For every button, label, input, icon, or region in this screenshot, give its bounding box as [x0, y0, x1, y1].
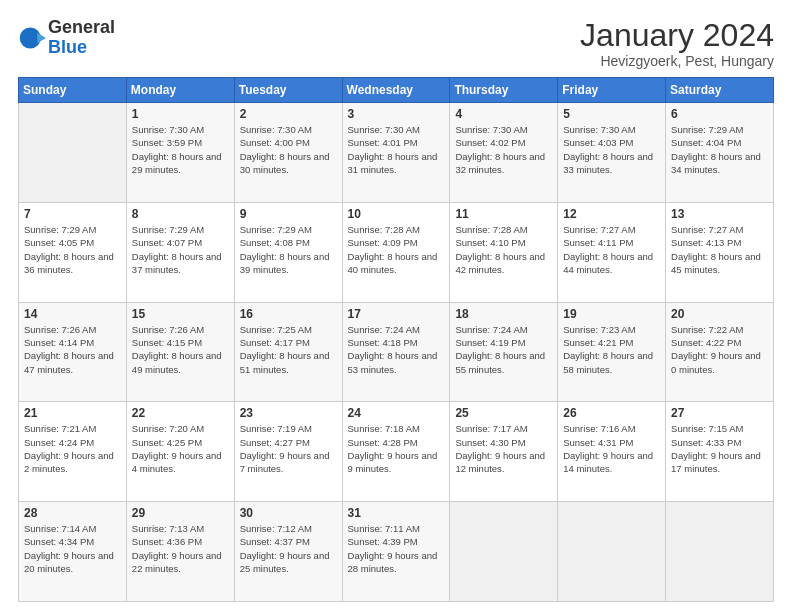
daylight-label: Daylight: 9 hours and 14 minutes. — [563, 450, 653, 474]
sunrise-label: Sunrise: 7:27 AM — [671, 224, 743, 235]
weekday-header: Thursday — [450, 78, 558, 103]
daylight-label: Daylight: 9 hours and 0 minutes. — [671, 350, 761, 374]
day-number: 22 — [132, 406, 229, 420]
day-info: Sunrise: 7:30 AM Sunset: 4:01 PM Dayligh… — [348, 123, 445, 176]
logo-general: General — [48, 17, 115, 37]
calendar-cell: 11 Sunrise: 7:28 AM Sunset: 4:10 PM Dayl… — [450, 202, 558, 302]
daylight-label: Daylight: 8 hours and 39 minutes. — [240, 251, 330, 275]
calendar-cell: 30 Sunrise: 7:12 AM Sunset: 4:37 PM Dayl… — [234, 502, 342, 602]
day-info: Sunrise: 7:24 AM Sunset: 4:18 PM Dayligh… — [348, 323, 445, 376]
calendar-cell: 8 Sunrise: 7:29 AM Sunset: 4:07 PM Dayli… — [126, 202, 234, 302]
sunrise-label: Sunrise: 7:26 AM — [24, 324, 96, 335]
sunset-label: Sunset: 4:33 PM — [671, 437, 741, 448]
day-info: Sunrise: 7:12 AM Sunset: 4:37 PM Dayligh… — [240, 522, 337, 575]
daylight-label: Daylight: 8 hours and 58 minutes. — [563, 350, 653, 374]
calendar-week-row: 1 Sunrise: 7:30 AM Sunset: 3:59 PM Dayli… — [19, 103, 774, 203]
day-info: Sunrise: 7:29 AM Sunset: 4:05 PM Dayligh… — [24, 223, 121, 276]
sunrise-label: Sunrise: 7:16 AM — [563, 423, 635, 434]
day-info: Sunrise: 7:19 AM Sunset: 4:27 PM Dayligh… — [240, 422, 337, 475]
daylight-label: Daylight: 8 hours and 36 minutes. — [24, 251, 114, 275]
sunset-label: Sunset: 4:07 PM — [132, 237, 202, 248]
day-number: 29 — [132, 506, 229, 520]
day-info: Sunrise: 7:29 AM Sunset: 4:04 PM Dayligh… — [671, 123, 768, 176]
day-info: Sunrise: 7:23 AM Sunset: 4:21 PM Dayligh… — [563, 323, 660, 376]
calendar-cell: 22 Sunrise: 7:20 AM Sunset: 4:25 PM Dayl… — [126, 402, 234, 502]
daylight-label: Daylight: 8 hours and 55 minutes. — [455, 350, 545, 374]
sunrise-label: Sunrise: 7:30 AM — [455, 124, 527, 135]
sunset-label: Sunset: 3:59 PM — [132, 137, 202, 148]
daylight-label: Daylight: 9 hours and 4 minutes. — [132, 450, 222, 474]
weekday-header: Tuesday — [234, 78, 342, 103]
day-info: Sunrise: 7:22 AM Sunset: 4:22 PM Dayligh… — [671, 323, 768, 376]
daylight-label: Daylight: 8 hours and 37 minutes. — [132, 251, 222, 275]
daylight-label: Daylight: 9 hours and 9 minutes. — [348, 450, 438, 474]
day-number: 24 — [348, 406, 445, 420]
calendar-cell: 27 Sunrise: 7:15 AM Sunset: 4:33 PM Dayl… — [666, 402, 774, 502]
daylight-label: Daylight: 9 hours and 17 minutes. — [671, 450, 761, 474]
sunrise-label: Sunrise: 7:25 AM — [240, 324, 312, 335]
calendar-cell: 1 Sunrise: 7:30 AM Sunset: 3:59 PM Dayli… — [126, 103, 234, 203]
calendar-cell: 24 Sunrise: 7:18 AM Sunset: 4:28 PM Dayl… — [342, 402, 450, 502]
sunrise-label: Sunrise: 7:30 AM — [240, 124, 312, 135]
day-info: Sunrise: 7:11 AM Sunset: 4:39 PM Dayligh… — [348, 522, 445, 575]
calendar-cell: 15 Sunrise: 7:26 AM Sunset: 4:15 PM Dayl… — [126, 302, 234, 402]
day-number: 11 — [455, 207, 552, 221]
page-subtitle: Hevizgyoerk, Pest, Hungary — [580, 53, 774, 69]
calendar-cell: 18 Sunrise: 7:24 AM Sunset: 4:19 PM Dayl… — [450, 302, 558, 402]
calendar-cell: 9 Sunrise: 7:29 AM Sunset: 4:08 PM Dayli… — [234, 202, 342, 302]
calendar-week-row: 21 Sunrise: 7:21 AM Sunset: 4:24 PM Dayl… — [19, 402, 774, 502]
sunrise-label: Sunrise: 7:29 AM — [671, 124, 743, 135]
sunset-label: Sunset: 4:14 PM — [24, 337, 94, 348]
daylight-label: Daylight: 8 hours and 49 minutes. — [132, 350, 222, 374]
daylight-label: Daylight: 8 hours and 34 minutes. — [671, 151, 761, 175]
day-number: 5 — [563, 107, 660, 121]
sunset-label: Sunset: 4:01 PM — [348, 137, 418, 148]
daylight-label: Daylight: 9 hours and 22 minutes. — [132, 550, 222, 574]
sunrise-label: Sunrise: 7:13 AM — [132, 523, 204, 534]
day-info: Sunrise: 7:30 AM Sunset: 4:03 PM Dayligh… — [563, 123, 660, 176]
daylight-label: Daylight: 8 hours and 33 minutes. — [563, 151, 653, 175]
calendar-cell: 16 Sunrise: 7:25 AM Sunset: 4:17 PM Dayl… — [234, 302, 342, 402]
sunset-label: Sunset: 4:08 PM — [240, 237, 310, 248]
sunset-label: Sunset: 4:03 PM — [563, 137, 633, 148]
day-info: Sunrise: 7:29 AM Sunset: 4:08 PM Dayligh… — [240, 223, 337, 276]
daylight-label: Daylight: 9 hours and 7 minutes. — [240, 450, 330, 474]
day-info: Sunrise: 7:25 AM Sunset: 4:17 PM Dayligh… — [240, 323, 337, 376]
day-info: Sunrise: 7:18 AM Sunset: 4:28 PM Dayligh… — [348, 422, 445, 475]
calendar-week-row: 14 Sunrise: 7:26 AM Sunset: 4:14 PM Dayl… — [19, 302, 774, 402]
page: General Blue January 2024 Hevizgyoerk, P… — [0, 0, 792, 612]
sunset-label: Sunset: 4:19 PM — [455, 337, 525, 348]
day-info: Sunrise: 7:30 AM Sunset: 4:00 PM Dayligh… — [240, 123, 337, 176]
sunset-label: Sunset: 4:02 PM — [455, 137, 525, 148]
sunrise-label: Sunrise: 7:28 AM — [455, 224, 527, 235]
daylight-label: Daylight: 8 hours and 32 minutes. — [455, 151, 545, 175]
sunset-label: Sunset: 4:04 PM — [671, 137, 741, 148]
calendar-cell: 23 Sunrise: 7:19 AM Sunset: 4:27 PM Dayl… — [234, 402, 342, 502]
calendar-cell: 10 Sunrise: 7:28 AM Sunset: 4:09 PM Dayl… — [342, 202, 450, 302]
sunset-label: Sunset: 4:18 PM — [348, 337, 418, 348]
day-info: Sunrise: 7:14 AM Sunset: 4:34 PM Dayligh… — [24, 522, 121, 575]
sunrise-label: Sunrise: 7:27 AM — [563, 224, 635, 235]
daylight-label: Daylight: 8 hours and 42 minutes. — [455, 251, 545, 275]
daylight-label: Daylight: 8 hours and 53 minutes. — [348, 350, 438, 374]
daylight-label: Daylight: 8 hours and 40 minutes. — [348, 251, 438, 275]
day-number: 28 — [24, 506, 121, 520]
sunrise-label: Sunrise: 7:29 AM — [132, 224, 204, 235]
sunrise-label: Sunrise: 7:30 AM — [132, 124, 204, 135]
sunrise-label: Sunrise: 7:29 AM — [24, 224, 96, 235]
day-number: 3 — [348, 107, 445, 121]
sunset-label: Sunset: 4:25 PM — [132, 437, 202, 448]
day-number: 10 — [348, 207, 445, 221]
sunset-label: Sunset: 4:17 PM — [240, 337, 310, 348]
calendar-cell: 20 Sunrise: 7:22 AM Sunset: 4:22 PM Dayl… — [666, 302, 774, 402]
day-info: Sunrise: 7:26 AM Sunset: 4:14 PM Dayligh… — [24, 323, 121, 376]
sunset-label: Sunset: 4:10 PM — [455, 237, 525, 248]
calendar-cell: 19 Sunrise: 7:23 AM Sunset: 4:21 PM Dayl… — [558, 302, 666, 402]
calendar-cell: 6 Sunrise: 7:29 AM Sunset: 4:04 PM Dayli… — [666, 103, 774, 203]
calendar-cell: 26 Sunrise: 7:16 AM Sunset: 4:31 PM Dayl… — [558, 402, 666, 502]
daylight-label: Daylight: 9 hours and 2 minutes. — [24, 450, 114, 474]
day-number: 19 — [563, 307, 660, 321]
day-info: Sunrise: 7:28 AM Sunset: 4:10 PM Dayligh… — [455, 223, 552, 276]
day-number: 17 — [348, 307, 445, 321]
day-number: 13 — [671, 207, 768, 221]
